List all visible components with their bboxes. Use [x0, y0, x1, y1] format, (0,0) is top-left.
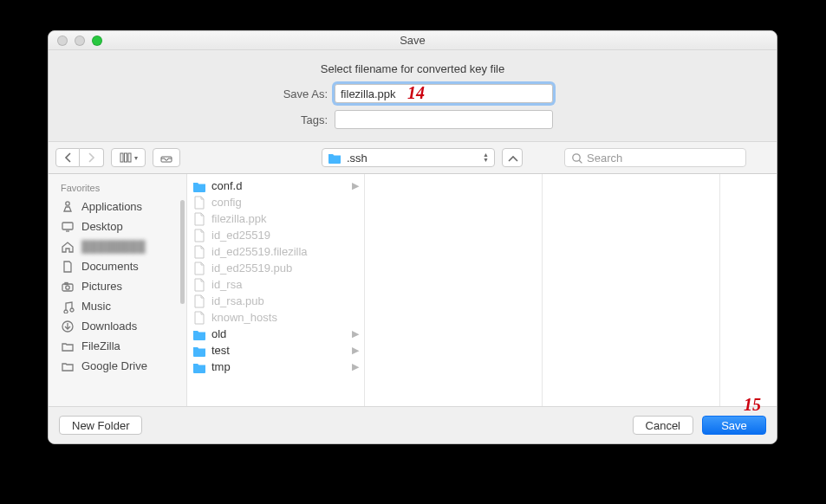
file-icon — [192, 278, 206, 292]
file-row[interactable]: id_ed25519.pub — [187, 260, 364, 276]
file-column-empty — [365, 174, 777, 406]
save-as-label: Save As: — [57, 87, 335, 100]
folder-icon — [192, 344, 206, 358]
path-label: .ssh — [347, 152, 367, 165]
sidebar-item-label: Desktop — [81, 220, 123, 233]
back-button[interactable] — [55, 148, 80, 167]
file-label: old — [211, 327, 226, 340]
search-icon — [570, 152, 582, 164]
file-icon — [192, 229, 206, 242]
file-row[interactable]: id_rsa.pub — [187, 293, 364, 309]
file-row[interactable]: tmp▶ — [187, 359, 364, 375]
tags-input[interactable] — [335, 110, 553, 129]
file-column: conf.d▶configfilezilla.ppkid_ed25519id_e… — [187, 174, 365, 406]
file-browser: Favorites ApplicationsDesktop████████Doc… — [49, 174, 777, 407]
chevron-right-icon: ▶ — [352, 345, 359, 356]
file-row[interactable]: old▶ — [187, 326, 364, 342]
file-row[interactable]: known_hosts — [187, 309, 364, 326]
file-label: id_ed25519 — [211, 229, 270, 242]
music-icon — [61, 300, 75, 313]
file-label: tmp — [211, 360, 231, 373]
camera-icon — [61, 280, 75, 294]
chevron-right-icon: ▶ — [352, 361, 359, 372]
search-placeholder: Search — [587, 152, 622, 165]
collapse-button[interactable] — [502, 148, 523, 167]
file-row[interactable]: conf.d▶ — [187, 178, 364, 194]
doc-icon — [61, 260, 75, 274]
file-icon — [192, 245, 206, 259]
path-dropdown[interactable]: .ssh ▲▼ — [322, 148, 495, 167]
sidebar-item-label: Documents — [81, 260, 139, 273]
file-row[interactable]: filezilla.ppk — [187, 210, 364, 227]
sidebar-header: Favorites — [49, 181, 186, 197]
file-label: id_rsa.pub — [211, 294, 264, 307]
dialog-subtitle: Select filename for converted key file — [49, 50, 777, 84]
desktop-icon — [61, 220, 75, 234]
sidebar-item[interactable]: Documents — [49, 256, 186, 276]
filename-input[interactable] — [335, 84, 553, 103]
new-folder-button[interactable]: New Folder — [59, 416, 142, 435]
sidebar-item[interactable]: Pictures — [49, 276, 186, 296]
chevron-up-icon — [506, 152, 518, 164]
file-label: test — [211, 344, 230, 357]
folder-icon — [61, 359, 75, 373]
tags-label: Tags: — [57, 113, 335, 126]
file-label: id_ed25519.pub — [211, 262, 292, 275]
sidebar-item[interactable]: FileZilla — [49, 336, 186, 356]
save-dialog: Save Select filename for converted key f… — [48, 30, 777, 444]
sidebar-item-label: Applications — [81, 200, 142, 213]
file-icon — [192, 212, 206, 226]
file-label: filezilla.ppk — [211, 212, 267, 225]
file-label: config — [211, 196, 242, 209]
sidebar-scrollbar[interactable] — [180, 200, 185, 304]
save-button[interactable]: Save — [702, 416, 766, 435]
sidebar-item-label: ████████ — [81, 240, 146, 253]
file-row[interactable]: id_rsa — [187, 276, 364, 293]
sidebar-item[interactable]: Music — [49, 296, 186, 316]
folder-icon — [192, 327, 206, 341]
view-mode-dropdown[interactable]: ▾ — [111, 148, 146, 167]
folder-icon — [328, 151, 341, 165]
apps-icon — [61, 200, 75, 214]
group-button[interactable] — [153, 148, 180, 167]
nav-back-forward — [55, 148, 104, 167]
chevron-right-icon: ▶ — [352, 328, 359, 339]
sidebar-item[interactable]: ████████ — [49, 236, 186, 256]
file-label: id_rsa — [211, 278, 242, 291]
file-row[interactable]: test▶ — [187, 342, 364, 359]
sidebar-item[interactable]: Google Drive — [49, 356, 186, 376]
file-icon — [192, 196, 206, 210]
file-label: id_ed25519.filezilla — [211, 245, 308, 258]
sidebar-item-label: Downloads — [81, 320, 137, 333]
sidebar-item-label: Pictures — [81, 280, 122, 293]
sidebar-item-label: FileZilla — [81, 339, 120, 352]
sidebar-item[interactable]: Downloads — [49, 316, 186, 336]
sidebar-item[interactable]: Desktop — [49, 216, 186, 236]
file-icon — [192, 311, 206, 325]
file-icon — [192, 262, 206, 275]
toolbar: ▾ .ssh ▲▼ Search — [49, 141, 777, 174]
sidebar-item-label: Google Drive — [81, 359, 147, 372]
sidebar-item-label: Music — [81, 300, 111, 313]
sidebar-item[interactable]: Applications — [49, 197, 186, 216]
file-label: conf.d — [211, 179, 242, 192]
file-icon — [192, 294, 206, 308]
folder-icon — [61, 339, 75, 353]
footer: New Folder Cancel 15 Save — [49, 407, 777, 443]
search-input[interactable]: Search — [564, 148, 746, 167]
columns-icon — [119, 151, 133, 165]
window-title: Save — [49, 34, 777, 47]
file-row[interactable]: config — [187, 194, 364, 210]
folder-icon — [192, 360, 206, 374]
tray-icon — [159, 151, 173, 165]
chevron-right-icon: ▶ — [352, 180, 359, 191]
folder-icon — [192, 179, 206, 193]
cancel-button[interactable]: Cancel — [633, 416, 693, 435]
house-icon — [61, 240, 75, 254]
file-row[interactable]: id_ed25519 — [187, 227, 364, 243]
download-icon — [61, 320, 75, 333]
file-label: known_hosts — [211, 311, 277, 324]
forward-button[interactable] — [80, 148, 104, 167]
sidebar: Favorites ApplicationsDesktop████████Doc… — [49, 174, 187, 406]
file-row[interactable]: id_ed25519.filezilla — [187, 243, 364, 260]
